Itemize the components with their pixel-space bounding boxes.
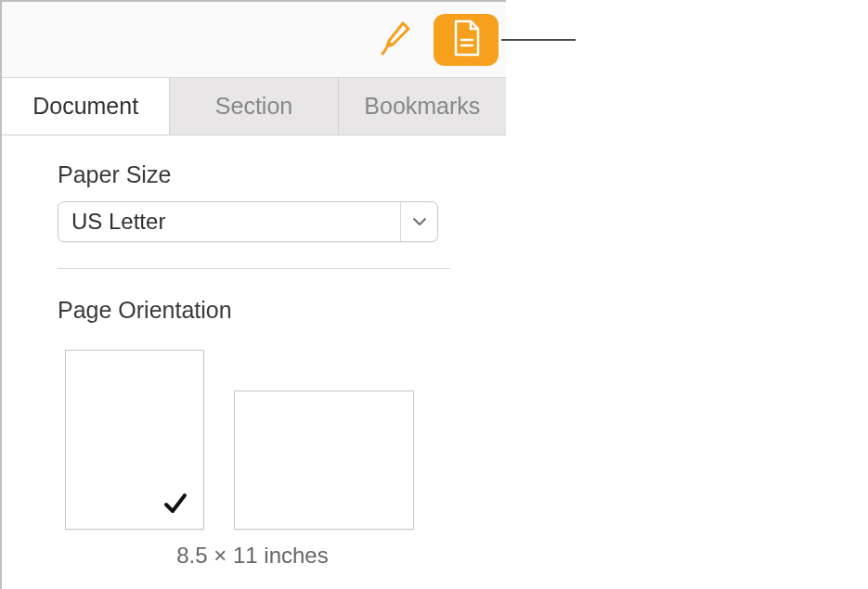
- chevron-down-icon: [400, 202, 437, 241]
- checkmark-icon: [162, 492, 188, 519]
- divider: [58, 268, 450, 269]
- orientation-landscape-button[interactable]: [234, 391, 414, 530]
- page-dimensions: 8.5 × 11 inches: [30, 543, 447, 569]
- tab-section[interactable]: Section: [170, 78, 338, 134]
- paper-size-label: Paper Size: [30, 161, 478, 188]
- tab-bookmarks[interactable]: Bookmarks: [339, 78, 506, 134]
- page-orientation-label: Page Orientation: [30, 297, 478, 324]
- orientation-portrait-button[interactable]: [65, 350, 204, 530]
- format-button[interactable]: [365, 14, 430, 66]
- paper-size-value: US Letter: [58, 209, 400, 235]
- callout-line: [501, 39, 576, 41]
- format-brush-icon: [378, 19, 417, 61]
- document-page-icon: [448, 18, 484, 62]
- tab-label: Section: [215, 93, 292, 120]
- toolbar: [2, 2, 506, 78]
- tab-bar: Document Section Bookmarks: [2, 78, 506, 135]
- document-button[interactable]: [434, 14, 499, 66]
- tab-label: Bookmarks: [364, 93, 480, 120]
- orientation-options: [30, 350, 478, 530]
- content-area: Paper Size US Letter Page Orientation: [2, 135, 506, 569]
- inspector-panel: Document Section Bookmarks Paper Size US…: [0, 0, 506, 589]
- tab-document[interactable]: Document: [2, 78, 170, 134]
- tab-label: Document: [32, 93, 138, 120]
- paper-size-select[interactable]: US Letter: [58, 201, 438, 242]
